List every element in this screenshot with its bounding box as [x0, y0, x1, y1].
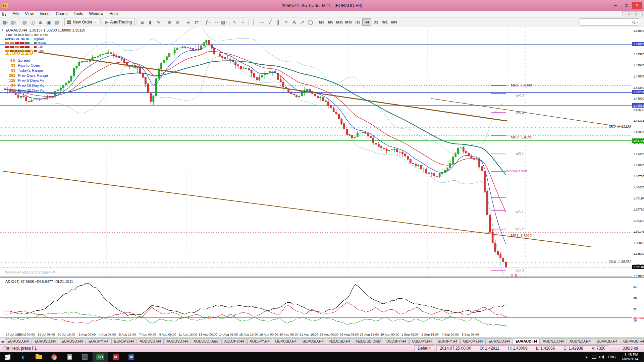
zoom-out-button[interactable]: ⊖ [173, 18, 181, 26]
taskbar-metatrader-icon[interactable]: M [108, 352, 123, 362]
chart-tab[interactable]: EURAUD,H4 [486, 338, 513, 344]
chart-shift-button[interactable]: ⇄ [193, 18, 201, 26]
new-order-button[interactable]: New Order ▾ [64, 18, 98, 26]
menu-window[interactable]: Window [86, 11, 107, 17]
taskbar-word-icon[interactable]: W [123, 352, 139, 362]
trendline-button[interactable]: ╱ [266, 18, 274, 26]
menu-insert[interactable]: Insert [37, 11, 53, 17]
terminal-button[interactable]: ▣ [45, 18, 53, 26]
menu-view[interactable]: View [22, 11, 37, 17]
periods-button[interactable]: ◔▾ [212, 18, 220, 26]
chart-tab[interactable]: AUDNZD,H4 [540, 338, 567, 344]
vertical-line-button[interactable]: │ [250, 18, 258, 26]
adx-indicator-canvas[interactable] [0, 278, 632, 331]
zoom-in-button[interactable]: ⊕ [165, 18, 173, 26]
timeframe-mn[interactable]: MN [389, 18, 398, 26]
chart-tab[interactable]: GBPUSD,H4 [300, 338, 326, 344]
start-button[interactable] [0, 352, 15, 362]
horizontal-line-button[interactable]: ─ [258, 18, 266, 26]
taskbar-ie-icon[interactable]: e [15, 352, 31, 362]
channel-button[interactable]: ∥ [274, 18, 282, 26]
chart-tab[interactable]: NZDUSD,H4 [327, 338, 353, 344]
timeframe-d1[interactable]: D1 [371, 18, 380, 26]
chart-tab[interactable]: GBPJPY,H4 [435, 338, 460, 344]
timeframe-m5[interactable]: M5 [326, 18, 335, 26]
timeframe-h1[interactable]: H1 [353, 18, 362, 26]
menu-file[interactable]: File [9, 11, 22, 17]
status-profile[interactable]: Default [414, 345, 434, 351]
auto-scroll-button[interactable]: ▸ [184, 18, 193, 26]
chart-tab[interactable]: GBPAUD,H4 [594, 338, 620, 344]
autotrading-button[interactable]: ▶ AutoTrading [103, 18, 135, 26]
chart-tab[interactable]: GBPJPY,H4 [460, 338, 485, 344]
templates-button[interactable]: ▧▾ [220, 18, 228, 26]
tray-volume-icon[interactable] [598, 355, 605, 359]
text-label-button[interactable]: A [290, 18, 298, 26]
chart-tab[interactable]: EURJPY,H4 [111, 338, 137, 344]
timeframe-w1[interactable]: W1 [380, 18, 389, 26]
search-dropdown-icon[interactable]: ▾ [637, 21, 638, 24]
fibonacci-button[interactable]: ≡ [282, 18, 290, 26]
crosshair-button[interactable]: + [239, 18, 247, 26]
close-button[interactable]: × [632, 2, 642, 9]
chart-tab[interactable]: AUDNZD,H4 [567, 338, 593, 344]
navigator-button[interactable]: ⊞ [37, 18, 45, 26]
timeframe-m1[interactable]: M1 [317, 18, 326, 26]
bar-chart-button[interactable]: ≣ [138, 18, 146, 26]
child-restore-button[interactable]: □ [629, 11, 636, 16]
chart-tab[interactable]: NZDUSD,Daily [354, 338, 383, 344]
chart-tab[interactable]: USDJPY,H4 [384, 338, 409, 344]
chart-tab[interactable]: EURUSD,H4 [5, 338, 32, 344]
chart-tab[interactable]: AUDUSD,H4 [137, 338, 164, 344]
chart-tab[interactable]: AUDUSD,H4 [164, 338, 191, 344]
chart-tab[interactable]: EURUSD,H4 [32, 338, 59, 344]
taskbar-gotrader-icon[interactable]: GO [93, 352, 108, 362]
child-minimize-button[interactable]: ─ [622, 11, 629, 16]
title-bar[interactable]: 2056574: Go Trader MT4 - [EURAUD,H4] ─ □… [0, 0, 644, 11]
data-window-button[interactable]: ◫ [29, 18, 37, 26]
taskbar-notepad-icon[interactable] [62, 352, 77, 362]
chart-tab[interactable]: USDJPY,H4 [409, 338, 434, 344]
minimize-button[interactable]: ─ [610, 2, 621, 9]
tray-pc-icon[interactable] [590, 356, 598, 359]
indicators-button[interactable]: ƒ▾ [204, 18, 212, 26]
timeframe-m30[interactable]: M30 [344, 18, 353, 26]
chart-tab[interactable]: AUDJPY,H4 [221, 338, 247, 344]
chart-tab[interactable]: EURJPY,H4 [86, 338, 111, 344]
timeframe-m15[interactable]: M15 [335, 18, 344, 26]
panel-splitter[interactable] [0, 277, 644, 278]
symbol-search[interactable]: ▾ [580, 18, 639, 26]
chart-tab[interactable]: GBPUSD,H4 [273, 338, 300, 344]
arrow-object-button[interactable]: ↗ [298, 18, 306, 26]
tray-clock[interactable]: 1:48 PM 6/09/2014 [619, 353, 642, 361]
main-chart-canvas[interactable] [0, 27, 632, 277]
chart-tab[interactable]: GBPAUD,H4 [621, 338, 644, 344]
tray-expand-icon[interactable]: ▲ [583, 355, 590, 359]
taskbar-app-icon[interactable] [77, 352, 93, 362]
show-desktop-button[interactable] [642, 352, 644, 362]
menu-tools[interactable]: Tools [71, 11, 86, 17]
taskbar-explorer-icon[interactable] [31, 352, 46, 362]
menu-charts[interactable]: Charts [53, 11, 70, 17]
menu-help[interactable]: Help [106, 11, 121, 17]
maximize-button[interactable]: □ [621, 2, 631, 9]
chart-tab[interactable]: AUDJPY,H4 [247, 338, 272, 344]
market-watch-button[interactable]: ▥ [20, 18, 29, 26]
adx-axis[interactable]: 6448321620.0000 [632, 278, 644, 331]
timeframe-h4[interactable]: H4 [362, 18, 371, 26]
profiles-button[interactable]: ▤▾ [9, 18, 17, 26]
taskbar-chrome-icon[interactable] [46, 352, 62, 362]
strategy-tester-button[interactable]: ▨ [53, 18, 61, 26]
chart-tab[interactable]: AUDUSD,Daily [191, 338, 221, 344]
cursor-button[interactable]: ↖ [231, 18, 239, 26]
shapes-button[interactable]: ◯ [306, 18, 314, 26]
chart-tab[interactable]: EURUSD,H4 [59, 338, 86, 344]
one-click-trading-toggle[interactable]: ▾ [2, 28, 3, 32]
new-chart-button[interactable]: ▦▾ [1, 18, 9, 26]
child-close-button[interactable]: × [636, 11, 643, 16]
chart-window-icon[interactable] [2, 12, 7, 16]
price-axis[interactable]: 1.449951.443101.439851.436651.433401.430… [632, 27, 644, 277]
search-input[interactable] [581, 20, 631, 24]
tray-language[interactable]: ENG [605, 355, 619, 359]
time-axis[interactable]: 24 Jul 201428 Jul 00:0029 Jul 08:0030 Ju… [0, 331, 644, 338]
